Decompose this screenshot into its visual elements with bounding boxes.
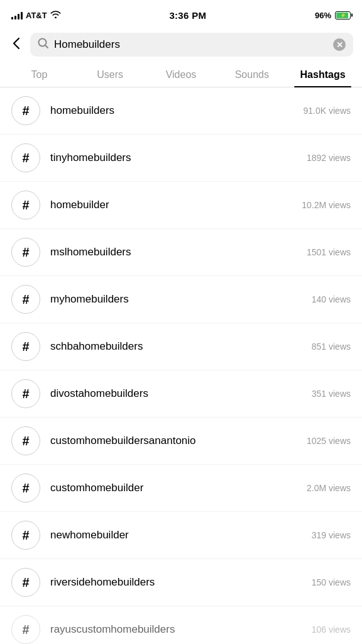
hashtag-symbol: # xyxy=(22,151,29,165)
clear-icon: ✕ xyxy=(336,41,343,49)
view-count: 351 views xyxy=(312,389,351,399)
hashtag-circle: # xyxy=(11,238,40,267)
list-item[interactable]: # schbahomebuilders 851 views xyxy=(0,323,362,370)
hashtag-name: rayuscustomhomebuilders xyxy=(50,623,302,636)
status-left: AT&T xyxy=(11,10,61,20)
hashtag-circle: # xyxy=(11,521,40,550)
view-count: 2.0M views xyxy=(307,483,351,493)
hashtag-name: myhomebuilders xyxy=(50,293,302,306)
carrier-label: AT&T xyxy=(26,11,47,20)
list-item[interactable]: # homebuilder 10.2M views xyxy=(0,182,362,229)
list-item[interactable]: # newhomebuilder 319 views xyxy=(0,512,362,559)
hashtag-circle: # xyxy=(11,474,40,502)
tab-users[interactable]: Users xyxy=(75,62,146,87)
hashtag-name: homebuilders xyxy=(50,104,293,117)
tab-top[interactable]: Top xyxy=(4,62,75,87)
battery-icon: ⚡ xyxy=(335,11,351,19)
back-button[interactable] xyxy=(9,36,24,53)
search-bar[interactable]: Homebuilders ✕ xyxy=(30,33,353,57)
signal-bar-1 xyxy=(11,17,13,19)
hashtag-name: homebuilder xyxy=(50,199,292,211)
status-right: 96% ⚡ xyxy=(315,11,351,20)
hashtag-name: newhomebuilder xyxy=(50,529,302,541)
hashtag-circle: # xyxy=(11,96,40,125)
view-count: 1025 views xyxy=(307,436,351,446)
signal-bar-4 xyxy=(21,12,23,19)
hashtag-circle: # xyxy=(11,379,40,408)
results-list: # homebuilders 91.0K views # tinyhomebui… xyxy=(0,87,362,644)
hashtag-symbol: # xyxy=(22,481,29,496)
list-item[interactable]: # homebuilders 91.0K views xyxy=(0,87,362,135)
hashtag-symbol: # xyxy=(22,387,29,401)
hashtag-symbol: # xyxy=(22,340,29,354)
list-item[interactable]: # rayuscustomhomebuilders 106 views xyxy=(0,606,362,644)
view-count: 10.2M views xyxy=(302,200,351,210)
hashtag-name: customhomebuildersanantonio xyxy=(50,435,297,447)
hashtag-symbol: # xyxy=(22,198,29,213)
view-count: 140 views xyxy=(312,294,351,304)
list-item[interactable]: # tinyhomebuilders 1892 views xyxy=(0,135,362,182)
list-item[interactable]: # mslhomebuilders 1501 views xyxy=(0,229,362,276)
hashtag-circle: # xyxy=(11,426,40,455)
hashtag-symbol: # xyxy=(22,434,29,448)
hashtag-circle: # xyxy=(11,332,40,361)
view-count: 1501 views xyxy=(307,247,351,257)
hashtag-circle: # xyxy=(11,615,40,644)
list-item[interactable]: # divostahomebuilders 351 views xyxy=(0,370,362,418)
search-header: Homebuilders ✕ xyxy=(0,28,362,62)
list-item[interactable]: # myhomebuilders 140 views xyxy=(0,276,362,323)
hashtag-symbol: # xyxy=(22,245,29,260)
hashtag-symbol: # xyxy=(22,575,29,590)
hashtag-name: customhomebuilder xyxy=(50,482,297,494)
tab-videos[interactable]: Videos xyxy=(146,62,217,87)
search-icon xyxy=(38,38,49,52)
tab-sounds[interactable]: Sounds xyxy=(216,62,287,87)
view-count: 150 views xyxy=(312,577,351,587)
signal-bar-2 xyxy=(14,16,16,19)
hashtag-symbol: # xyxy=(22,623,29,637)
signal-bars xyxy=(11,11,23,19)
hashtag-circle: # xyxy=(11,191,40,219)
hashtag-name: divostahomebuilders xyxy=(50,387,302,400)
view-count: 851 views xyxy=(312,341,351,352)
tabs-container: Top Users Videos Sounds Hashtags xyxy=(0,62,362,87)
wifi-icon xyxy=(50,10,61,20)
signal-bar-3 xyxy=(18,14,19,19)
hashtag-name: mslhomebuilders xyxy=(50,246,297,258)
view-count: 319 views xyxy=(312,530,351,540)
hashtag-circle: # xyxy=(11,568,40,597)
view-count: 91.0K views xyxy=(304,106,351,116)
view-count: 1892 views xyxy=(307,153,351,163)
status-time: 3:36 PM xyxy=(169,10,206,21)
tab-hashtags[interactable]: Hashtags xyxy=(287,62,358,87)
hashtag-circle: # xyxy=(11,285,40,314)
list-item[interactable]: # customhomebuilder 2.0M views xyxy=(0,465,362,512)
hashtag-name: riversidehomebuilders xyxy=(50,576,302,589)
clear-button[interactable]: ✕ xyxy=(333,38,346,51)
battery-percent: 96% xyxy=(315,11,331,20)
hashtag-circle: # xyxy=(11,143,40,172)
search-query[interactable]: Homebuilders xyxy=(54,38,328,51)
list-item[interactable]: # riversidehomebuilders 150 views xyxy=(0,559,362,606)
hashtag-symbol: # xyxy=(22,104,29,118)
view-count: 106 views xyxy=(312,625,351,635)
hashtag-name: schbahomebuilders xyxy=(50,340,302,353)
list-item[interactable]: # customhomebuildersanantonio 1025 views xyxy=(0,418,362,465)
hashtag-name: tinyhomebuilders xyxy=(50,152,297,164)
hashtag-symbol: # xyxy=(22,528,29,543)
status-bar: AT&T 3:36 PM 96% ⚡ xyxy=(0,0,362,28)
hashtag-symbol: # xyxy=(22,292,29,307)
